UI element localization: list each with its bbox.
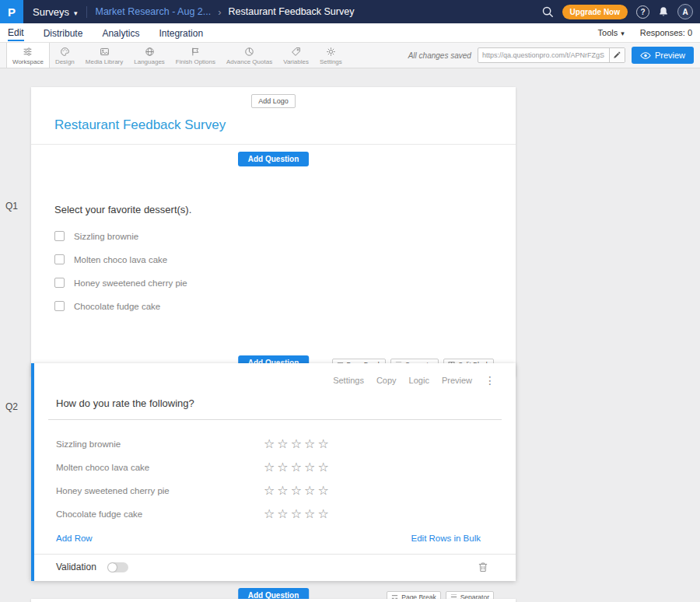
toolbar-item-media-library[interactable]: Media Library xyxy=(80,43,128,68)
toolbar-item-settings[interactable]: Settings xyxy=(314,43,348,68)
questionpro-logo[interactable]: P xyxy=(0,0,23,23)
toolbar-item-languages[interactable]: Languages xyxy=(128,43,170,68)
toolbar-item-variables[interactable]: Variables xyxy=(278,43,314,68)
star-icon[interactable] xyxy=(317,461,328,474)
more-options-icon[interactable] xyxy=(485,374,495,387)
toolbar-item-advance-quotas[interactable]: Advance Quotas xyxy=(221,43,278,68)
edit-rows-in-bulk-link[interactable]: Edit Rows in Bulk xyxy=(411,534,481,543)
responses-count[interactable]: Responses: 0 xyxy=(640,28,692,37)
star-icon[interactable] xyxy=(317,438,328,450)
star-icon[interactable] xyxy=(291,461,302,474)
star-icon[interactable] xyxy=(277,508,288,520)
option-label: Molten choco lava cake xyxy=(74,255,167,264)
add-question-button[interactable]: Add Question xyxy=(238,152,310,166)
toolbar-item-label: Advance Quotas xyxy=(226,58,272,65)
upgrade-now-button[interactable]: Upgrade Now xyxy=(562,5,628,19)
notifications-button[interactable] xyxy=(658,6,669,17)
next-survey-block xyxy=(31,599,516,602)
star-icon[interactable] xyxy=(277,438,288,450)
star-icon[interactable] xyxy=(291,508,302,520)
survey-title[interactable]: Restaurant Feedback Survey xyxy=(54,117,492,133)
question-logic-link[interactable]: Logic xyxy=(409,376,429,385)
question-1-block[interactable]: Select your favorite dessert(s). Sizzlin… xyxy=(31,173,516,352)
question-2-block[interactable]: Settings Copy Logic Preview How do you r… xyxy=(31,363,516,581)
question-2-text[interactable]: How do you rate the following? xyxy=(56,397,502,409)
star-rating[interactable] xyxy=(264,461,329,474)
breadcrumb-folder[interactable]: Market Research - Aug 2... xyxy=(96,6,212,17)
star-icon[interactable] xyxy=(264,508,275,520)
star-icon[interactable] xyxy=(277,461,288,474)
checkbox[interactable] xyxy=(54,301,65,311)
add-logo-button[interactable]: Add Logo xyxy=(251,94,296,108)
toolbar-item-design[interactable]: Design xyxy=(50,43,80,68)
star-icon[interactable] xyxy=(291,485,302,497)
toolbar-item-label: Design xyxy=(55,58,75,65)
question-action-menu: Settings Copy Logic Preview xyxy=(34,363,516,387)
star-icon[interactable] xyxy=(264,438,275,450)
rating-rows: Sizzling brownie Molten choco lava cake xyxy=(34,420,516,526)
checkbox[interactable] xyxy=(54,278,65,288)
trash-icon xyxy=(478,562,488,572)
row-edit-links: Add Row Edit Rows in Bulk xyxy=(34,526,516,554)
tab-integration[interactable]: Integration xyxy=(159,25,203,40)
checkbox[interactable] xyxy=(54,231,65,241)
star-icon[interactable] xyxy=(304,508,315,520)
variables-icon xyxy=(291,47,301,57)
tab-analytics[interactable]: Analytics xyxy=(102,25,139,40)
question-1-text[interactable]: Select your favorite dessert(s). xyxy=(54,204,492,215)
top-navigation-bar: P Surveys Market Research - Aug 2... › R… xyxy=(0,0,700,23)
survey-header-block: Add Logo Restaurant Feedback Survey Add … xyxy=(31,87,516,376)
star-rating[interactable] xyxy=(264,485,329,497)
star-icon[interactable] xyxy=(317,485,328,497)
help-button[interactable]: ? xyxy=(636,5,649,19)
question-preview-link[interactable]: Preview xyxy=(442,376,472,385)
star-icon[interactable] xyxy=(264,461,275,474)
star-icon[interactable] xyxy=(304,438,315,450)
question-1-options: Sizzling brownie Molten choco lava cake … xyxy=(54,231,492,311)
question-settings-link[interactable]: Settings xyxy=(333,376,364,385)
option-label: Sizzling brownie xyxy=(74,232,138,241)
delete-question-button[interactable] xyxy=(478,562,488,572)
rating-row: Chocolate fudge cake xyxy=(56,502,516,526)
checkbox-option[interactable]: Honey sweetened cherry pie xyxy=(54,278,492,288)
toolbar-item-workspace[interactable]: Workspace xyxy=(6,43,50,68)
checkbox-option[interactable]: Sizzling brownie xyxy=(54,231,492,241)
tab-distribute[interactable]: Distribute xyxy=(44,25,83,40)
toolbar-item-label: Variables xyxy=(283,58,309,65)
star-rating[interactable] xyxy=(264,438,329,450)
breadcrumb-survey-name: Restaurant Feedback Survey xyxy=(229,6,355,17)
checkbox-option[interactable]: Chocolate fudge cake xyxy=(54,301,492,311)
toolbar-item-label: Finish Options xyxy=(176,58,215,65)
star-icon[interactable] xyxy=(277,485,288,497)
checkbox-option[interactable]: Molten choco lava cake xyxy=(54,254,492,264)
star-rating[interactable] xyxy=(264,508,329,520)
survey-url-field xyxy=(478,47,625,63)
chevron-down-icon xyxy=(621,28,625,37)
rating-row-label: Sizzling brownie xyxy=(56,439,264,449)
logo-row: Add Logo xyxy=(31,87,516,108)
validation-toggle[interactable] xyxy=(107,562,128,572)
user-avatar[interactable]: A xyxy=(677,4,693,19)
eye-icon xyxy=(640,52,651,59)
toolbar-item-finish-options[interactable]: Finish Options xyxy=(170,43,221,68)
tools-menu[interactable]: Tools xyxy=(598,28,625,37)
validation-row: Validation xyxy=(34,555,516,581)
add-row-link[interactable]: Add Row xyxy=(56,534,93,543)
star-icon[interactable] xyxy=(304,485,315,497)
upgrade-label: Upgrade Now xyxy=(570,8,620,16)
star-icon[interactable] xyxy=(304,461,315,474)
star-icon[interactable] xyxy=(264,485,275,497)
question-copy-link[interactable]: Copy xyxy=(376,376,397,385)
search-button[interactable] xyxy=(541,5,554,18)
languages-icon xyxy=(145,47,155,57)
star-icon[interactable] xyxy=(317,508,328,520)
star-icon[interactable] xyxy=(291,438,302,450)
section-tab-bar: Edit Distribute Analytics Integration To… xyxy=(0,23,700,43)
design-icon xyxy=(60,47,70,57)
preview-button[interactable]: Preview xyxy=(632,47,694,64)
edit-url-button[interactable] xyxy=(609,48,625,62)
tab-edit[interactable]: Edit xyxy=(8,24,24,41)
surveys-menu[interactable]: Surveys xyxy=(33,6,78,18)
checkbox[interactable] xyxy=(54,254,65,264)
survey-url-input[interactable] xyxy=(478,51,609,59)
